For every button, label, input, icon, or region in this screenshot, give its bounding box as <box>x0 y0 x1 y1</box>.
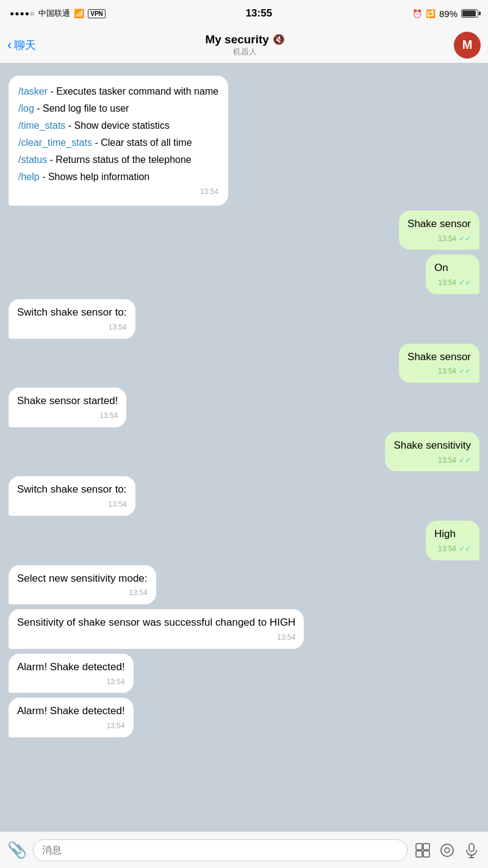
message-input[interactable] <box>33 839 407 861</box>
msg-row-12: Alarm! Shake detected! 13:54 <box>9 698 479 737</box>
msg-row-5: Shake sensor started! 13:54 <box>9 388 479 427</box>
msg-row-4: Shake sensor 13:54 ✓✓ <box>9 344 479 383</box>
svg-rect-0 <box>416 844 422 850</box>
msg-time: 13:54 <box>438 455 456 466</box>
back-arrow-icon: ‹ <box>7 37 12 53</box>
mic-button[interactable] <box>462 841 481 859</box>
help-message-row: /tasker - Executes tasker command with n… <box>9 76 479 206</box>
back-label: 聊天 <box>14 38 36 52</box>
back-button[interactable]: ‹ 聊天 <box>7 37 36 53</box>
location-icon: 🔁 <box>426 9 436 18</box>
msg-bubble-on: On 13:54 ✓✓ <box>426 255 479 294</box>
help-msg-time: 13:54 <box>200 187 218 197</box>
avatar[interactable]: M <box>454 32 481 59</box>
msg-text: Sensitivity of shake sensor was successf… <box>17 617 295 628</box>
msg-row-10: Sensitivity of shake sensor was successf… <box>9 609 479 649</box>
svg-point-4 <box>441 844 453 856</box>
msg-bubble-sensitivity-changed: Sensitivity of shake sensor was successf… <box>9 609 304 649</box>
svg-rect-2 <box>416 851 422 857</box>
msg-bubble-switch-2: Switch shake sensor to: 13:54 <box>9 476 135 516</box>
msg-row-8: High 13:54 ✓✓ <box>9 521 479 560</box>
msg-text: Switch shake sensor to: <box>17 306 127 318</box>
help-line-5: /status - Returns status of the telephon… <box>18 153 218 167</box>
avatar-initial: M <box>462 38 473 52</box>
help-line-4: /clear_time_stats - Clear stats of all t… <box>18 136 218 150</box>
msg-row-6: Shake sensitivity 13:54 ✓✓ <box>9 432 479 472</box>
check-marks-icon: ✓✓ <box>459 455 471 466</box>
msg-time: 13:54 <box>109 322 127 333</box>
vpn-badge: VPN <box>88 9 106 18</box>
msg-text: Shake sensor <box>407 218 471 230</box>
toolbar: 📎 <box>0 831 488 868</box>
wifi-icon: 📶 <box>74 9 84 18</box>
chat-area: /tasker - Executes tasker command with n… <box>0 63 488 831</box>
msg-bubble-high: High 13:54 ✓✓ <box>426 521 479 560</box>
signal-indicator: ●●●●○ <box>10 9 35 18</box>
share-button[interactable] <box>438 841 456 859</box>
msg-text: Shake sensor <box>407 351 471 363</box>
check-marks-icon: ✓✓ <box>459 366 471 377</box>
msg-time: 13:54 <box>99 411 118 421</box>
msg-bubble-started: Shake sensor started! 13:54 <box>9 388 126 427</box>
svg-rect-6 <box>469 844 474 852</box>
svg-rect-1 <box>423 844 429 850</box>
svg-point-5 <box>445 848 450 853</box>
battery-percentage: 89% <box>439 9 458 19</box>
nav-title-block: My security 🔇 机器人 <box>205 33 285 57</box>
status-right: ⏰ 🔁 89% <box>412 9 478 19</box>
check-marks-icon: ✓✓ <box>459 234 471 244</box>
messages-container: /tasker - Executes tasker command with n… <box>0 70 488 743</box>
msg-bubble-alarm-2: Alarm! Shake detected! 13:54 <box>9 698 134 737</box>
msg-text: High <box>434 528 456 540</box>
msg-bubble-shake-sensor-2: Shake sensor 13:54 ✓✓ <box>399 344 479 383</box>
msg-text: On <box>434 262 448 273</box>
msg-time: 13:54 <box>109 499 127 510</box>
status-bar: ●●●●○ 中国联通 📶 VPN 13:55 ⏰ 🔁 89% <box>0 0 488 27</box>
msg-text: Select new sensitivity mode: <box>17 573 148 584</box>
msg-text: Alarm! Shake detected! <box>17 705 125 717</box>
help-message-bubble: /tasker - Executes tasker command with n… <box>9 76 228 206</box>
help-line-2: /log - Send log file to user <box>18 101 218 116</box>
msg-bubble-shake-sensitivity: Shake sensitivity 13:54 ✓✓ <box>385 432 479 472</box>
msg-row-1: Shake sensor 13:54 ✓✓ <box>9 211 479 250</box>
msg-time: 13:54 <box>277 632 295 643</box>
toolbar-icons <box>414 841 481 859</box>
msg-row-11: Alarm! Shake detected! 13:54 <box>9 654 479 693</box>
msg-text: Switch shake sensor to: <box>17 483 127 495</box>
msg-bubble-switch-1: Switch shake sensor to: 13:54 <box>9 299 135 339</box>
msg-text: Shake sensor started! <box>17 395 118 407</box>
battery-icon <box>461 9 478 18</box>
chat-title: My security <box>205 33 269 46</box>
msg-time: 13:54 <box>438 366 456 377</box>
help-line-1: /tasker - Executes tasker command with n… <box>18 84 218 99</box>
status-left: ●●●●○ 中国联通 📶 VPN <box>10 8 106 19</box>
carrier-label: 中国联通 <box>38 8 70 19</box>
msg-time: 13:54 <box>129 588 148 598</box>
msg-bubble-select-mode: Select new sensitivity mode: 13:54 <box>9 565 156 605</box>
msg-time: 13:54 <box>107 721 125 731</box>
msg-row-3: Switch shake sensor to: 13:54 <box>9 299 479 339</box>
msg-bubble-shake-sensor-1: Shake sensor 13:54 ✓✓ <box>399 211 479 250</box>
clock: 13:55 <box>246 7 272 20</box>
msg-bubble-alarm-1: Alarm! Shake detected! 13:54 <box>9 654 134 693</box>
msg-time: 13:54 <box>438 278 456 288</box>
msg-row-2: On 13:54 ✓✓ <box>9 255 479 294</box>
msg-time: 13:54 <box>438 234 456 244</box>
msg-text: Shake sensitivity <box>393 439 471 451</box>
msg-text: Alarm! Shake detected! <box>17 661 125 673</box>
chat-subtitle: 机器人 <box>233 46 257 57</box>
attach-button[interactable]: 📎 <box>7 841 27 859</box>
msg-time: 13:54 <box>107 677 125 687</box>
check-marks-icon: ✓✓ <box>459 278 471 288</box>
nav-bar: ‹ 聊天 My security 🔇 机器人 M <box>0 27 488 63</box>
msg-row-7: Switch shake sensor to: 13:54 <box>9 476 479 516</box>
help-line-3: /time_stats - Show device statistics <box>18 118 218 133</box>
alarm-icon: ⏰ <box>412 9 422 18</box>
mute-icon: 🔇 <box>273 34 285 45</box>
msg-time: 13:54 <box>438 544 456 554</box>
svg-rect-3 <box>423 851 429 857</box>
msg-row-9: Select new sensitivity mode: 13:54 <box>9 565 479 605</box>
help-line-6: /help - Shows help information <box>18 170 218 184</box>
check-marks-icon: ✓✓ <box>459 544 471 554</box>
sticker-button[interactable] <box>414 841 432 859</box>
